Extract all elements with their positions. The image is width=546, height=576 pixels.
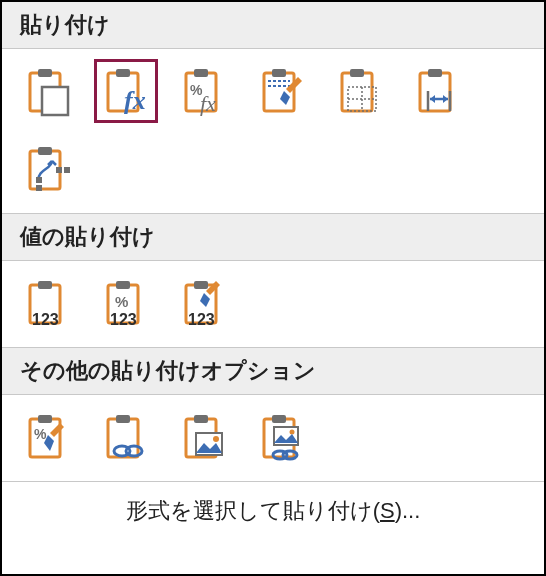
svg-rect-27	[64, 167, 70, 173]
svg-rect-34	[116, 281, 130, 289]
clipboard-brush-123-icon: 123	[178, 277, 230, 329]
section-title: その他の貼り付けオプション	[20, 358, 316, 383]
svg-rect-1	[38, 69, 52, 77]
paste-values-number-formatting-button[interactable]: % 123	[94, 271, 158, 335]
paste-keep-column-widths-button[interactable]	[406, 59, 470, 123]
paste-special-item[interactable]: 形式を選択して貼り付け(S)...	[2, 482, 544, 540]
clipboard-column-width-icon	[412, 65, 464, 117]
paste-keep-source-formatting-button[interactable]	[250, 59, 314, 123]
svg-rect-11	[272, 69, 286, 77]
paste-no-borders-button[interactable]	[328, 59, 392, 123]
svg-rect-20	[428, 69, 442, 77]
paste-values-source-formatting-button[interactable]: 123	[172, 271, 236, 335]
section-header-paste: 貼り付け	[2, 2, 544, 49]
section-header-other-paste: その他の貼り付けオプション	[2, 348, 544, 395]
clipboard-123-icon: 123	[22, 277, 74, 329]
paste-transpose-button[interactable]	[16, 137, 80, 201]
paste-special-label-prefix: 形式を選択して貼り付け(	[126, 498, 380, 523]
paste-formulas-number-formatting-button[interactable]: % fx	[172, 59, 236, 123]
clipboard-brush-icon	[256, 65, 308, 117]
paste-picture-button[interactable]	[172, 405, 236, 469]
svg-rect-43	[108, 419, 138, 457]
paste-special-hotkey: S	[380, 498, 395, 523]
svg-rect-52	[272, 415, 286, 423]
clipboard-link-icon	[100, 411, 152, 463]
svg-rect-4	[116, 69, 130, 77]
svg-rect-38	[194, 281, 208, 289]
svg-rect-41	[38, 415, 52, 423]
svg-rect-2	[42, 87, 68, 115]
svg-rect-28	[36, 185, 42, 191]
svg-rect-7	[194, 69, 208, 77]
svg-rect-31	[38, 281, 52, 289]
other-paste-icon-grid: %	[2, 395, 544, 482]
paste-formulas-button[interactable]: fx	[94, 59, 158, 123]
svg-rect-44	[116, 415, 130, 423]
svg-rect-15	[350, 69, 364, 77]
paste-link-button[interactable]	[94, 405, 158, 469]
svg-rect-14	[342, 73, 372, 111]
clipboard-percent-fx-icon: % fx	[178, 65, 230, 117]
svg-text:fx: fx	[124, 86, 146, 115]
svg-point-50	[213, 436, 219, 442]
svg-text:123: 123	[32, 311, 59, 328]
clipboard-transpose-icon	[22, 143, 74, 195]
svg-rect-25	[38, 147, 52, 155]
svg-text:123: 123	[110, 311, 137, 328]
clipboard-fx-icon: fx	[100, 65, 152, 117]
paste-icon-grid: fx % fx	[2, 49, 544, 214]
svg-text:%: %	[115, 293, 128, 310]
clipboard-picture-icon	[178, 411, 230, 463]
paste-values-icon-grid: 123 % 123 123	[2, 261, 544, 348]
section-title: 値の貼り付け	[20, 224, 155, 249]
clipboard-paste-icon	[22, 65, 74, 117]
section-title: 貼り付け	[20, 12, 110, 37]
svg-rect-26	[56, 167, 62, 173]
svg-text:fx: fx	[200, 91, 216, 116]
svg-point-54	[290, 430, 295, 435]
clipboard-percent-brush-icon: %	[22, 411, 74, 463]
svg-rect-19	[420, 73, 450, 111]
clipboard-no-border-icon	[334, 65, 386, 117]
clipboard-linked-picture-icon	[256, 411, 308, 463]
paste-special-label-suffix: )...	[395, 498, 421, 523]
paste-formatting-button[interactable]: %	[16, 405, 80, 469]
section-header-paste-values: 値の貼り付け	[2, 214, 544, 261]
clipboard-percent-123-icon: % 123	[100, 277, 152, 329]
svg-text:%: %	[34, 426, 47, 442]
svg-point-46	[126, 446, 142, 456]
svg-rect-29	[36, 177, 42, 183]
svg-text:123: 123	[188, 311, 215, 328]
svg-rect-48	[194, 415, 208, 423]
paste-linked-picture-button[interactable]	[250, 405, 314, 469]
paste-all-button[interactable]	[16, 59, 80, 123]
paste-values-button[interactable]: 123	[16, 271, 80, 335]
